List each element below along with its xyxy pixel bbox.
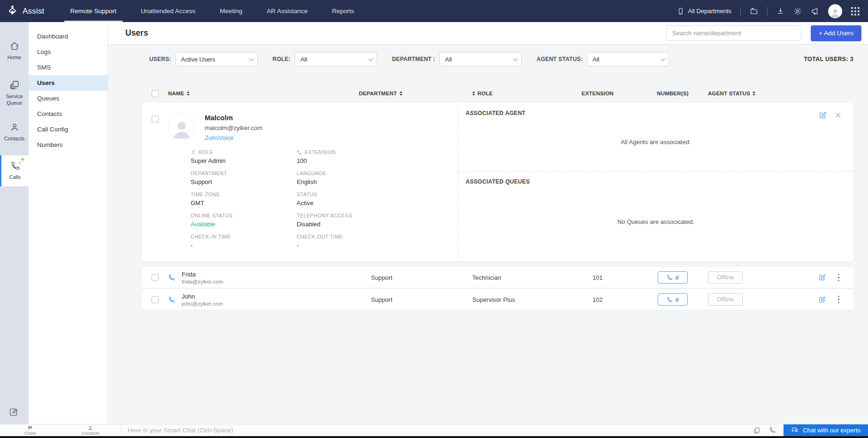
row-extension: 101: [558, 274, 638, 281]
close-icon[interactable]: [835, 112, 841, 118]
tab-remote-support[interactable]: Remote Support: [64, 0, 123, 22]
sidebar-item-numbers[interactable]: Numbers: [29, 137, 108, 153]
user-avatar[interactable]: [828, 4, 842, 18]
rail-item-service-queue[interactable]: Service Queue: [0, 74, 29, 112]
column-header-name[interactable]: NAME: [168, 91, 323, 96]
row-department: Support: [323, 296, 440, 303]
clipboard-copy-icon[interactable]: [753, 427, 760, 434]
tab-ar-assistance[interactable]: AR Assistance: [261, 0, 314, 22]
call-phone-icon[interactable]: [168, 296, 175, 303]
chats-tab[interactable]: Chats: [0, 424, 61, 436]
row-role: Technician: [440, 274, 558, 281]
sidebar-item-users[interactable]: Users: [29, 75, 108, 91]
announcements-megaphone-icon[interactable]: [811, 7, 819, 15]
more-options-kebab-icon[interactable]: [837, 295, 841, 305]
row-checkbox[interactable]: [152, 115, 159, 123]
experts-button-label: Chat with our experts: [803, 427, 860, 434]
smart-chat-input[interactable]: [121, 424, 749, 436]
edit-user-icon[interactable]: [818, 274, 826, 281]
column-header-department[interactable]: DEPARTMENT: [323, 91, 440, 96]
edit-user-icon[interactable]: [819, 111, 827, 119]
detail-label-extension: EXTENSION: [305, 149, 336, 155]
sidebar-item-call-config[interactable]: Call Config: [29, 122, 108, 137]
compose-note-icon[interactable]: [8, 407, 19, 419]
sidebar-item-dashboard[interactable]: Dashboard: [29, 29, 108, 44]
view-numbers-button[interactable]: #: [658, 293, 688, 306]
tab-unattended-access[interactable]: Unattended Access: [135, 0, 201, 22]
filter-department-label: DEPARTMENT :: [392, 56, 435, 62]
rail-item-calls[interactable]: Calls: [0, 155, 29, 186]
rail-label-contacts: Contacts: [4, 136, 24, 142]
call-phone-icon[interactable]: [168, 274, 175, 281]
all-departments-selector[interactable]: All Departments: [677, 8, 731, 15]
row-user-email: frida@zylker.com: [182, 279, 223, 284]
assist-logo-icon: [7, 5, 18, 17]
filter-users-select[interactable]: Active Users: [176, 52, 258, 66]
row-extension: 102: [558, 296, 638, 303]
filter-agent-status-value: All: [592, 56, 599, 63]
taskbar-edge: [0, 436, 868, 438]
filter-department-select[interactable]: All: [439, 52, 522, 66]
tab-reports[interactable]: Reports: [326, 0, 360, 22]
folder-icon[interactable]: [750, 7, 758, 15]
zohovoice-link[interactable]: ZohoVoice: [205, 134, 262, 141]
sidebar-item-logs[interactable]: Logs: [29, 44, 108, 60]
contacts-tab[interactable]: Contacts: [61, 424, 121, 436]
associated-queues-section: ASSOCIATED QUEUES No Queues are associca…: [458, 171, 853, 261]
search-input[interactable]: [666, 25, 801, 41]
row-role: Supervisor Plus: [440, 296, 558, 303]
rail-item-contacts[interactable]: Contacts: [0, 116, 29, 148]
column-header-agent-status[interactable]: AGENT STATUS: [708, 91, 788, 96]
column-header-role[interactable]: ROLE: [440, 91, 558, 96]
table-header: NAME DEPARTMENT ROLE EXTENSION: [142, 87, 853, 100]
filter-agent-status-select[interactable]: All: [587, 52, 669, 66]
detail-label-role: ROLE: [199, 149, 213, 155]
apps-grid-icon[interactable]: [851, 7, 860, 15]
assist-brand[interactable]: Assist: [7, 0, 45, 22]
chat-with-experts-button[interactable]: Chat with our experts: [784, 424, 868, 437]
select-all-checkbox[interactable]: [152, 90, 159, 97]
associated-agent-section: ASSOCIATED AGENT All Agents are associat…: [458, 103, 853, 171]
detail-value-telephony-access: Disabled: [297, 221, 409, 228]
user-rows: Frida frida@zylker.com Support Technicia…: [142, 267, 853, 310]
more-options-kebab-icon[interactable]: [837, 273, 841, 283]
row-checkbox[interactable]: [152, 296, 159, 303]
main-area: Users + Add Users USERS: Active Users: [108, 22, 868, 424]
hash-label: #: [675, 274, 678, 281]
detail-value-extension: 100: [297, 157, 409, 164]
tab-meeting[interactable]: Meeting: [214, 0, 248, 22]
filter-role-select[interactable]: All: [295, 52, 377, 66]
top-nav: Assist Remote Support Unattended Access …: [0, 0, 868, 22]
sidebar-item-contacts[interactable]: Contacts: [29, 106, 108, 122]
contacts-person-icon: [9, 122, 20, 132]
agent-status-button[interactable]: Offline: [708, 293, 743, 306]
sidebar-item-queues[interactable]: Queues: [29, 91, 108, 106]
filter-role-value: All: [300, 56, 307, 63]
rail-label-service-queue: Service Queue: [3, 93, 26, 107]
role-person-icon: [191, 150, 196, 155]
edit-user-icon[interactable]: [818, 296, 826, 303]
user-row-john[interactable]: John john@zylker.com Support Supervisor …: [142, 289, 853, 310]
detail-label-check-out-time: CHECK-OUT TIME: [297, 234, 343, 239]
column-header-numbers: NUMBER(S): [638, 91, 708, 96]
view-numbers-button[interactable]: #: [658, 271, 688, 284]
agent-status-button[interactable]: Offline: [708, 271, 743, 284]
user-row-frida[interactable]: Frida frida@zylker.com Support Technicia…: [142, 267, 853, 288]
icon-rail: Home Service Queue Conta: [0, 22, 29, 424]
phone-call-icon[interactable]: [769, 427, 776, 434]
rail-item-home[interactable]: Home: [0, 35, 29, 67]
settings-gear-icon[interactable]: [793, 7, 802, 15]
page-header: Users + Add Users: [108, 22, 868, 45]
filter-users-label: USERS:: [149, 56, 171, 62]
chat-tabs: Chats Contacts: [0, 424, 121, 436]
download-icon[interactable]: [776, 7, 784, 15]
associations-panel: ASSOCIATED AGENT All Agents are associat…: [458, 103, 853, 261]
detail-value-status: Active: [297, 200, 409, 207]
row-user-name: John: [182, 293, 223, 300]
add-users-button[interactable]: + Add Users: [811, 25, 861, 41]
row-user-name: Frida: [182, 271, 223, 278]
chat-bubble-icon: [27, 425, 33, 430]
extension-phone-icon: [297, 150, 302, 155]
row-checkbox[interactable]: [152, 274, 159, 281]
sidebar-item-sms[interactable]: SMS: [29, 60, 108, 75]
